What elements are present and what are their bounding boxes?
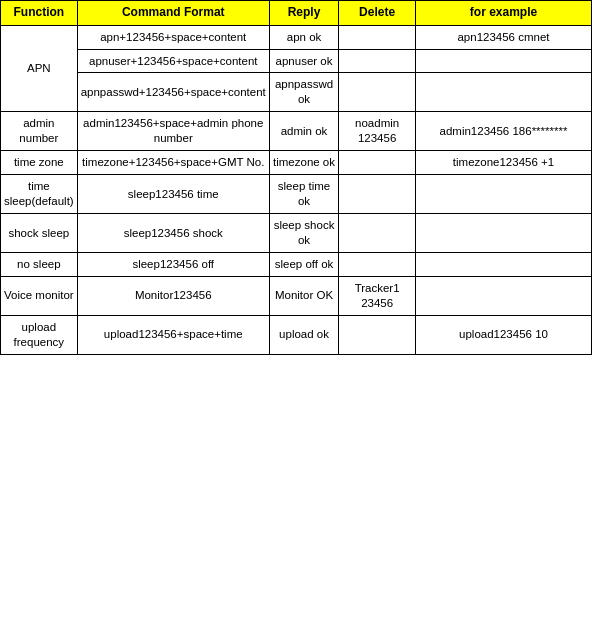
- delete-cell: [339, 315, 416, 354]
- reply-cell: apnuser ok: [269, 49, 338, 73]
- function-cell: shock sleep: [1, 214, 78, 253]
- reply-cell: admin ok: [269, 112, 338, 151]
- reply-cell: sleep off ok: [269, 252, 338, 276]
- reply-cell: apn ok: [269, 25, 338, 49]
- example-cell: timezone123456 +1: [415, 151, 591, 175]
- reply-cell: sleep shock ok: [269, 214, 338, 253]
- command-cell: timezone+123456+space+GMT No.: [77, 151, 269, 175]
- delete-cell: Tracker1 23456: [339, 276, 416, 315]
- header-command: Command Format: [77, 1, 269, 26]
- reply-cell: apnpasswd ok: [269, 73, 338, 112]
- example-cell: [415, 252, 591, 276]
- delete-cell: [339, 175, 416, 214]
- function-cell: Voice monitor: [1, 276, 78, 315]
- command-table: Function Command Format Reply Delete for…: [0, 0, 592, 355]
- command-cell: apn+123456+space+content: [77, 25, 269, 49]
- example-cell: [415, 276, 591, 315]
- function-cell: APN: [1, 25, 78, 112]
- header-delete: Delete: [339, 1, 416, 26]
- example-cell: [415, 214, 591, 253]
- function-cell: time sleep(default): [1, 175, 78, 214]
- header-example: for example: [415, 1, 591, 26]
- function-cell: no sleep: [1, 252, 78, 276]
- delete-cell: [339, 49, 416, 73]
- example-cell: upload123456 10: [415, 315, 591, 354]
- delete-cell: [339, 25, 416, 49]
- function-cell: upload frequency: [1, 315, 78, 354]
- command-cell: sleep123456 off: [77, 252, 269, 276]
- delete-cell: [339, 151, 416, 175]
- reply-cell: upload ok: [269, 315, 338, 354]
- delete-cell: [339, 252, 416, 276]
- reply-cell: Monitor OK: [269, 276, 338, 315]
- reply-cell: sleep time ok: [269, 175, 338, 214]
- command-cell: apnpasswd+123456+space+content: [77, 73, 269, 112]
- command-cell: sleep123456 shock: [77, 214, 269, 253]
- command-cell: sleep123456 time: [77, 175, 269, 214]
- example-cell: [415, 49, 591, 73]
- example-cell: [415, 73, 591, 112]
- delete-cell: [339, 73, 416, 112]
- command-cell: upload123456+space+time: [77, 315, 269, 354]
- example-cell: [415, 175, 591, 214]
- reply-cell: timezone ok: [269, 151, 338, 175]
- command-cell: admin123456+space+admin phone number: [77, 112, 269, 151]
- function-cell: time zone: [1, 151, 78, 175]
- header-reply: Reply: [269, 1, 338, 26]
- example-cell: admin123456 186********: [415, 112, 591, 151]
- command-cell: Monitor123456: [77, 276, 269, 315]
- header-function: Function: [1, 1, 78, 26]
- delete-cell: noadmin 123456: [339, 112, 416, 151]
- delete-cell: [339, 214, 416, 253]
- example-cell: apn123456 cmnet: [415, 25, 591, 49]
- command-cell: apnuser+123456+space+content: [77, 49, 269, 73]
- function-cell: admin number: [1, 112, 78, 151]
